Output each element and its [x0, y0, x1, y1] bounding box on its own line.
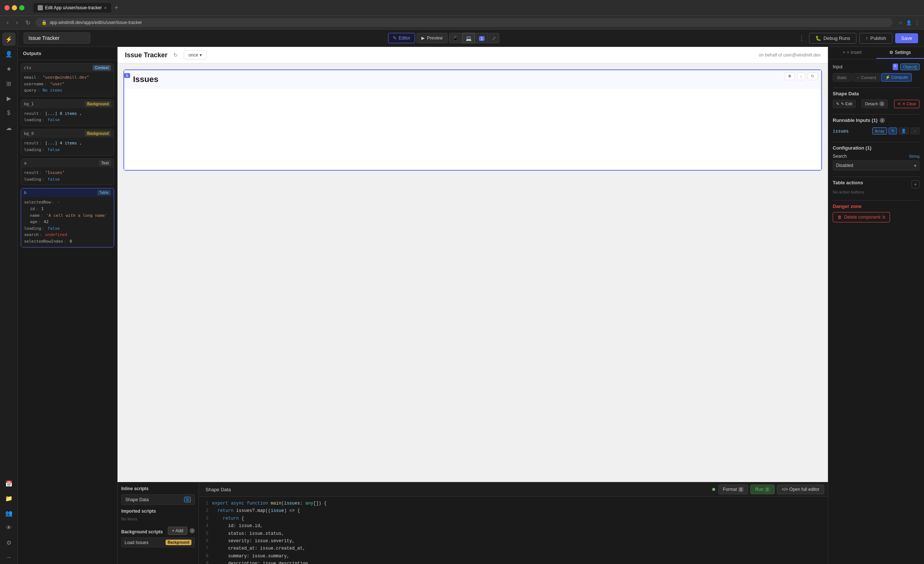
editor-button[interactable]: ✎ Editor [388, 33, 415, 43]
info-button[interactable]: 1 [476, 33, 488, 43]
code-content: 1export async function main(issues: any[… [199, 497, 828, 564]
output-row: search: undefined [24, 232, 111, 238]
tablet-button[interactable]: 💻 [462, 33, 475, 43]
table-controls: ✥ ↑ ↻ [784, 72, 818, 80]
more-icon[interactable]: ⋮ [915, 20, 920, 25]
address-bar-row: ‹ › ↻ 🔒 app.windmill.dev/apps/edit/u/use… [0, 16, 924, 30]
compute-tab[interactable]: ⚡ Compute [881, 73, 912, 82]
detach-button[interactable]: Detach 1 [861, 99, 888, 108]
issues-title: Issues [124, 70, 821, 89]
script-title-input[interactable] [202, 485, 709, 494]
sidebar-icon-home[interactable]: ⚡ [2, 33, 15, 46]
table-actions-title: Table actions [833, 180, 863, 186]
search-config-select[interactable]: Disabled [833, 160, 920, 171]
sidebar-icon-calendar[interactable]: 📅 [2, 477, 15, 490]
tab-close-icon[interactable]: ✕ [104, 6, 107, 10]
lock-icon: 🔒 [41, 20, 47, 25]
output-row: result: [...] 4 items , [24, 140, 111, 147]
detach-label: Detach [865, 102, 878, 106]
sidebar-icon-run[interactable]: ▶ [2, 91, 15, 105]
run-badge: 0 [765, 487, 770, 492]
add-action-button[interactable]: + [911, 180, 920, 188]
publish-button[interactable]: ↑ Publish [860, 33, 892, 43]
sidebar-icon-billing[interactable]: $ [2, 106, 15, 120]
no-actions-text: No action buttons [833, 190, 920, 194]
reload-button[interactable]: ↻ [23, 18, 33, 27]
sidebar-icon-arrow[interactable]: → [2, 551, 15, 564]
forward-button[interactable]: › [14, 18, 20, 27]
runnable-info-icon[interactable]: i [880, 118, 885, 123]
right-panel-body: Input b Object[] Static → Connect [828, 59, 924, 564]
move-button[interactable]: ✥ [784, 72, 795, 80]
new-tab-button[interactable]: + [113, 4, 120, 12]
refresh-button[interactable]: ↻ [172, 51, 179, 60]
expand-button[interactable]: ⤢ [489, 33, 500, 43]
minimize-button[interactable] [12, 5, 17, 10]
info-icon[interactable]: i [190, 528, 195, 533]
preview-icon: ▶ [422, 36, 424, 40]
format-button[interactable]: Format 0 [718, 485, 748, 494]
input-type-row: Input b Object[] [833, 64, 920, 70]
profile-icon[interactable]: 👤 [906, 20, 912, 25]
issues-edit-button[interactable]: ✎ [888, 127, 897, 135]
bookmark-icon[interactable]: ☆ [898, 20, 903, 25]
a-header: a Text [21, 159, 114, 167]
delete-component-button[interactable]: 🗑 Delete component: b [833, 212, 890, 222]
preview-button[interactable]: ▶ Preview [417, 33, 448, 43]
save-button[interactable]: Save [895, 33, 918, 43]
canvas-title: Issue Tracker [125, 51, 167, 59]
refresh-table-button[interactable]: ↻ [808, 72, 818, 80]
sidebar-icon-team[interactable]: 👥 [2, 506, 15, 520]
run-button[interactable]: Run 0 [750, 485, 775, 494]
table-component[interactable]: ✥ ↑ ↻ [124, 89, 821, 170]
maximize-button[interactable] [19, 5, 24, 10]
once-button[interactable]: once ▾ [184, 51, 207, 60]
static-tab[interactable]: Static [833, 73, 851, 82]
shape-data-actions: ✎ ✎ Edit Detach 1 ✕ ✕ Clear [833, 99, 920, 108]
edit-shape-button[interactable]: ✎ ✎ Edit [833, 100, 856, 108]
sidebar-icon-favorites[interactable]: ★ [2, 62, 15, 75]
output-row: loading: false [24, 147, 111, 153]
right-panel: + + Insert ⚙ Settings Input b [828, 47, 924, 564]
connect-tab[interactable]: → Connect [852, 73, 880, 82]
sidebar-icon-view[interactable]: 👁 [2, 521, 15, 534]
close-button[interactable] [4, 5, 10, 10]
upload-button[interactable]: ↑ [797, 72, 806, 80]
settings-tab[interactable]: ⚙ Settings [876, 47, 924, 59]
add-bg-script-button[interactable]: + Add [168, 527, 188, 535]
shape-data-label: Shape Data [833, 91, 859, 96]
issues-input-name: issues [833, 129, 849, 134]
issues-section: b Issues ✥ ↑ ↻ [123, 69, 822, 171]
mobile-button[interactable]: 📱 [449, 33, 462, 43]
bg0-badge: Background [85, 131, 111, 136]
issues-user-button[interactable]: 👤 [898, 127, 909, 135]
sidebar-icon-apps[interactable]: ⊞ [2, 77, 15, 90]
debug-runs-button[interactable]: 🐛 Debug Runs [809, 33, 856, 43]
divider-4 [833, 177, 920, 177]
insert-tab[interactable]: + + Insert [828, 47, 876, 59]
shape-data-script-item[interactable]: Shape Data b [121, 494, 195, 505]
bg-badge: Background [166, 540, 192, 545]
sidebar-icon-folder[interactable]: 📁 [2, 492, 15, 505]
issues-arrow-button[interactable]: → [910, 127, 920, 135]
browser-chrome: Edit App u/user/issue-tracker ✕ + [0, 0, 924, 16]
app-title-input[interactable] [24, 33, 90, 43]
address-bar[interactable]: 🔒 app.windmill.dev/apps/edit/u/user/issu… [36, 18, 892, 27]
traffic-lights [4, 5, 24, 10]
runnable-inputs-title: Runnable Inputs (1) i [833, 117, 920, 123]
sidebar-icon-settings[interactable]: ⚙ [2, 536, 15, 549]
active-tab[interactable]: Edit App u/user/issue-tracker ✕ [33, 3, 111, 13]
toolbar-center: ✎ Editor ▶ Preview 📱 💻 1 ⤢ [94, 33, 793, 43]
code-line: 5 status: issue.status, [199, 530, 828, 537]
clear-button[interactable]: ✕ ✕ Clear [894, 100, 920, 108]
string-badge: String [909, 154, 920, 159]
more-options-button[interactable]: ⋮ [797, 33, 806, 43]
back-button[interactable]: ‹ [4, 18, 11, 27]
right-panel-tabs: + + Insert ⚙ Settings [828, 47, 924, 59]
ctx-body: email: "user@windmill.dev" username: "us… [21, 72, 114, 96]
sidebar-icon-cloud[interactable]: ☁ [2, 121, 15, 135]
open-full-editor-button[interactable]: </> Open full editor [777, 485, 824, 494]
detach-info-icon[interactable]: 1 [879, 101, 885, 106]
code-actions: Format 0 Run 0 </> Open full editor [718, 485, 824, 494]
sidebar-icon-users[interactable]: 👤 [2, 47, 15, 61]
